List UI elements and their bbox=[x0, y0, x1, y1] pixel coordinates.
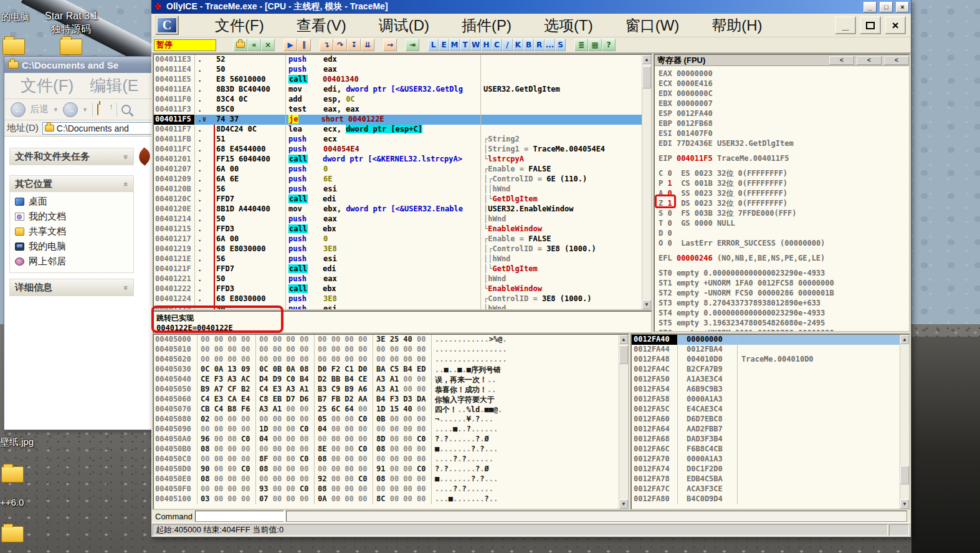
close-button[interactable]: × bbox=[896, 2, 909, 12]
register-line[interactable]: ECX 0000E416 bbox=[659, 79, 909, 89]
up-folder-button[interactable]: ↑ bbox=[97, 104, 112, 115]
dump-row[interactable]: 004050E008 00 00 0000 00 00 0092 00 00 C… bbox=[154, 474, 628, 484]
disasm-row[interactable]: 004011F7.8D4C24 0Cleaecx, dword ptr [esp… bbox=[154, 125, 651, 135]
desktop-icon-my-computer-label[interactable]: 的电脑 bbox=[1, 11, 29, 23]
dump-row[interactable]: 0040500000 00 00 0000 00 00 0000 00 00 0… bbox=[154, 335, 628, 345]
disasm-address[interactable]: 00401201 bbox=[154, 155, 195, 165]
disasm-row[interactable]: 00401228.56pushesi│hWnd bbox=[154, 304, 651, 310]
stack-row[interactable]: 0012FA50A1A3E3C4 bbox=[632, 375, 909, 385]
dump-row[interactable]: 00405050B9 A7 CF B2C4 E3 A3 A1B3 C9 B9 A… bbox=[154, 385, 628, 395]
dump-row[interactable]: 0040501000 00 00 0000 00 00 0000 00 00 0… bbox=[154, 345, 628, 355]
disasm-row[interactable]: 004011E3.52pushedx bbox=[154, 55, 651, 65]
dump-row[interactable]: 004050F000 00 00 0093 00 00 C008 00 00 0… bbox=[154, 484, 628, 494]
animate-into-button[interactable]: ↧ bbox=[347, 39, 361, 51]
desktop-folder-icon[interactable] bbox=[1, 526, 24, 542]
scroll-up-icon[interactable]: ▲ bbox=[619, 335, 628, 344]
register-line[interactable]: ST6 empty +UNORM 0001 001D0798 00000020 bbox=[659, 328, 909, 332]
info-pane[interactable]: 跳转已实现 0040122E=0040122E bbox=[153, 310, 652, 334]
options-button[interactable]: ≣ bbox=[574, 39, 588, 51]
disasm-address[interactable]: 00401215 bbox=[154, 224, 195, 234]
disasm-address[interactable]: 004011FC bbox=[154, 145, 195, 155]
disasm-address[interactable]: 004011E4 bbox=[154, 65, 195, 75]
disasm-address[interactable]: 00401207 bbox=[154, 165, 195, 175]
disasm-row[interactable]: 004011FC.68 E4544000push004054E4│String1… bbox=[154, 145, 651, 155]
view-button-dots[interactable]: ... bbox=[545, 39, 555, 51]
desktop-folder-icon[interactable] bbox=[1, 466, 24, 483]
scroll-down-icon[interactable]: ▼ bbox=[619, 499, 628, 509]
register-line[interactable]: ESI 001407F0 bbox=[659, 128, 909, 138]
dump-row[interactable]: 00405040CE F3 A3 ACD4 D9 C0 B4D2 BB B4 C… bbox=[154, 375, 628, 385]
maximize-button[interactable]: □ bbox=[880, 2, 893, 12]
command-input[interactable] bbox=[196, 511, 293, 521]
register-line[interactable]: EDI 77D2436E USER32.GetDlgItem bbox=[659, 138, 909, 148]
file-tasks-header[interactable]: 文件和文件夹任务 » bbox=[10, 148, 133, 165]
stack-row[interactable]: 0012FA68DAD3F3B4 bbox=[632, 435, 909, 445]
view-button-H[interactable]: H bbox=[481, 39, 492, 51]
register-line[interactable]: Z 1 DS 0023 32位 0(FFFFFFFF) bbox=[659, 198, 909, 208]
disasm-row[interactable]: 00401217.6A 00push0┌Enable = FALSE bbox=[154, 234, 651, 244]
disasm-address[interactable]: 00401224 bbox=[154, 294, 195, 304]
register-line[interactable]: C 0 ES 0023 32位 0(FFFFFFFF) bbox=[659, 168, 909, 178]
olly-menu-item[interactable]: 调试(D) bbox=[379, 16, 429, 36]
dump-row[interactable]: 00405060C4 E3 CA E4C8 EB D7 D6B7 FB D2 A… bbox=[154, 395, 628, 405]
disasm-row[interactable]: 00401221.50pusheax│hWnd bbox=[154, 274, 651, 284]
view-button-K[interactable]: K bbox=[513, 39, 523, 51]
register-line[interactable]: EAX 00000000 bbox=[659, 69, 909, 79]
back-button[interactable]: ← bbox=[11, 102, 26, 117]
disasm-row[interactable]: 0040121E.56pushesi││hWnd bbox=[154, 254, 651, 264]
register-line[interactable]: A 0 SS 0023 32位 0(FFFFFFFF) bbox=[659, 188, 909, 198]
dump-row[interactable]: 0040508002 00 00 0000 00 00 0005 00 00 C… bbox=[154, 415, 628, 425]
step-over-button[interactable]: ↷ bbox=[333, 39, 347, 51]
view-button-L[interactable]: L bbox=[428, 39, 439, 51]
disasm-row[interactable]: 00401214.50pusheax│hWnd bbox=[154, 214, 651, 224]
olly-menu-item[interactable]: 插件(P) bbox=[462, 16, 511, 36]
dump-row[interactable]: 0040509000 00 00 001D 00 00 C004 00 00 0… bbox=[154, 425, 628, 435]
disasm-row[interactable]: 0040121F.FFD7calledi│└GetDlgItem bbox=[154, 264, 651, 274]
execute-till-return-button[interactable]: → bbox=[383, 39, 397, 51]
chevron-down-icon[interactable]: » bbox=[121, 154, 131, 158]
stack-row[interactable]: 0012FA440012FBA4 bbox=[632, 345, 909, 355]
stack-row[interactable]: 0012FA80B4C0D9D4 bbox=[632, 494, 909, 504]
disasm-address[interactable]: 004011EA bbox=[154, 85, 195, 95]
sidebar-item-desktop[interactable]: 桌面 bbox=[15, 196, 131, 208]
disasm-address[interactable]: 004011F5 bbox=[154, 115, 195, 125]
register-line[interactable]: D 0 bbox=[659, 228, 909, 238]
register-line[interactable]: O 0 LastErr ERROR_SUCCESS (00000000) bbox=[659, 238, 909, 248]
details-header[interactable]: 详细信息 » bbox=[10, 279, 133, 296]
disasm-row[interactable]: 004011FB.51pushecx┌String2 bbox=[154, 135, 651, 145]
disassembly-scrollbar[interactable]: ▲ ▼ bbox=[642, 55, 651, 309]
disasm-row[interactable]: 0040120C.FFD7calledi│└GetDlgItem bbox=[154, 195, 651, 204]
sidebar-item-shared-documents[interactable]: 共享文档 bbox=[15, 226, 131, 238]
register-line[interactable]: P 1 CS 001B 32位 0(FFFFFFFF) bbox=[659, 178, 909, 188]
disasm-address[interactable]: 004011FB bbox=[154, 135, 195, 145]
register-line[interactable]: ST2 empty -UNORM FC50 00000286 0000001B bbox=[659, 288, 909, 298]
register-line[interactable]: ST4 empty 0.0000000000000023290e-4933 bbox=[659, 308, 909, 318]
register-line[interactable]: ST1 empty +UNORM 1FA0 0012FC58 00000000 bbox=[659, 278, 909, 288]
stack-row[interactable]: 0012FA60D6D7EBC8 bbox=[632, 415, 909, 425]
view-button-R[interactable]: R bbox=[534, 39, 545, 51]
register-line[interactable]: ESP 0012FA40 bbox=[659, 108, 909, 118]
chevron-up-icon[interactable]: « bbox=[121, 181, 131, 186]
mdi-minimize-button[interactable]: _ bbox=[835, 16, 856, 34]
desktop-folder-icon[interactable] bbox=[60, 39, 82, 55]
view-button-E[interactable]: E bbox=[439, 39, 449, 51]
stack-row[interactable]: 0012FA4CB2CFA7B9 bbox=[632, 365, 909, 375]
dump-row[interactable]: 004050B008 00 00 0000 00 00 008E 00 00 C… bbox=[154, 445, 628, 454]
scroll-up-icon[interactable]: ▲ bbox=[642, 55, 651, 64]
view-button-slash[interactable]: / bbox=[502, 39, 513, 51]
olly-menu-item[interactable]: 文件(F) bbox=[215, 16, 264, 36]
stack-row[interactable]: 0012FA700000A1A3 bbox=[632, 454, 909, 464]
disasm-row[interactable]: 00401207.6A 00push0┌Enable = FALSE bbox=[154, 165, 651, 175]
view-button-S[interactable]: S bbox=[555, 39, 566, 51]
disasm-row[interactable]: 00401215.FFD3callebx└EnableWindow bbox=[154, 224, 651, 234]
register-line[interactable]: ST5 empty 3.1963234780054826080e-2495 bbox=[659, 318, 909, 328]
cpu-window-icon[interactable]: C bbox=[155, 16, 179, 35]
register-line[interactable]: EBX 00000007 bbox=[659, 99, 909, 108]
scroll-thumb[interactable] bbox=[900, 466, 909, 484]
view-button-B[interactable]: B bbox=[523, 39, 534, 51]
dump-row[interactable]: 004050A096 00 00 C004 00 00 0000 00 00 0… bbox=[154, 435, 628, 445]
go-to-address-button[interactable]: ⇥ bbox=[406, 39, 419, 51]
other-places-header[interactable]: 其它位置 « bbox=[10, 176, 133, 192]
disasm-row[interactable]: 004011EA.8B3D BC40400movedi, dword ptr [… bbox=[154, 85, 651, 95]
desktop-icon-vc-label[interactable]: ++6.0 bbox=[0, 497, 24, 507]
